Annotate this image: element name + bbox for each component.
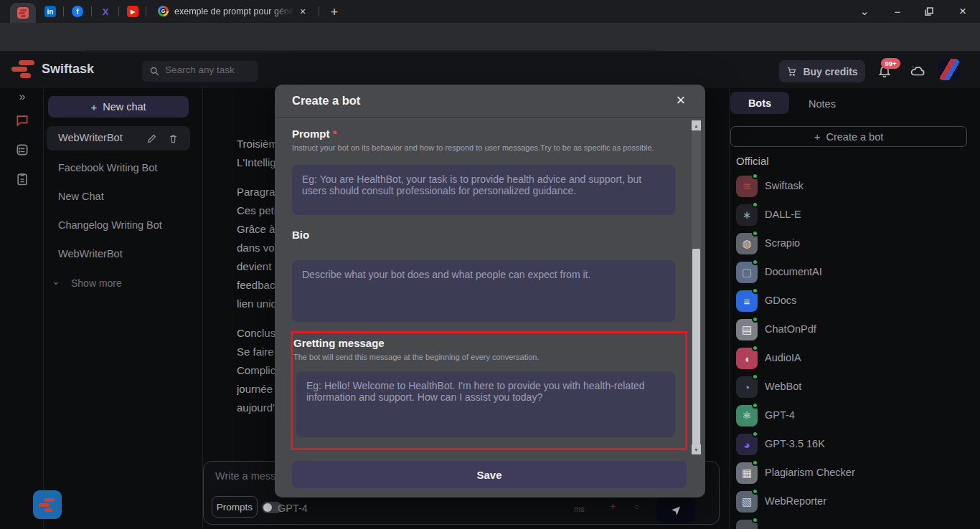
modal-scrollbar-thumb[interactable] [692, 249, 700, 448]
sidebar-divider [202, 87, 203, 529]
latency-label: ms [574, 505, 585, 513]
search-input[interactable] [165, 65, 253, 75]
add-icon[interactable]: + [610, 500, 616, 512]
bot-row-chatonpdf[interactable]: ▤ ChatOnPdf [729, 315, 980, 344]
annotation-highlight-box [291, 331, 687, 450]
bot-row-gdocs[interactable]: ≡ GDocs [729, 287, 980, 315]
send-icon [670, 505, 682, 516]
cart-icon [786, 66, 797, 77]
scroll-up-icon[interactable]: ▲ [692, 120, 701, 130]
tab-google-result[interactable]: G exemple de prompt pour génére × [151, 0, 316, 23]
bot-row-scrapio[interactable]: ◍ Scrapio [729, 229, 980, 258]
ai-assistant-icon[interactable] [908, 62, 927, 80]
bio-textarea[interactable] [292, 260, 675, 322]
save-label: Save [476, 469, 501, 481]
prompts-button[interactable]: Prompts [212, 496, 258, 518]
show-more-label: Show more [71, 277, 122, 289]
bot-row-webreporter[interactable]: ▧ WebReporter [729, 487, 980, 516]
create-bot-button[interactable]: + Create a bot [730, 126, 967, 147]
presence-dot [752, 517, 758, 523]
prompt-label: Prompt * [292, 128, 337, 140]
create-bot-modal: Create a bot × Prompt * Instruct your bo… [275, 85, 705, 497]
delete-chat-icon[interactable] [167, 133, 179, 144]
plus-icon: + [90, 101, 97, 113]
tab-swiftask-active[interactable] [10, 3, 36, 23]
presence-dot [752, 316, 758, 323]
bot-row-dalle[interactable]: ∗ DALL-E [729, 201, 980, 229]
tab-linkedin[interactable]: in [44, 6, 56, 17]
presence-dot [752, 201, 758, 208]
presence-dot [752, 287, 758, 294]
model-label: GPT-4 [278, 502, 308, 514]
bio-label: Bio [292, 229, 309, 241]
bot-row-documentai[interactable]: ▢ DocumentAI [729, 258, 980, 287]
bot-row-audioia[interactable]: ◖ AudioIA [729, 344, 980, 373]
bot-row-gpt4[interactable]: ⚛ GPT-4 [729, 401, 980, 430]
chat-item[interactable]: WebWriterBot [58, 248, 187, 262]
brand-title: Swiftask [42, 62, 94, 77]
tab-bots-label: Bots [748, 97, 771, 109]
tab-close-icon[interactable]: × [297, 6, 308, 17]
bot-row-webbot[interactable]: ◔ WebBot [729, 373, 980, 401]
chat-item[interactable]: Facebook Writing Bot [58, 162, 187, 176]
browser-tab-strip: in f X ▶ G exemple de prompt pour génére… [0, 0, 980, 23]
minimize-icon[interactable]: − [889, 3, 906, 20]
create-bot-label: Create a bot [826, 131, 883, 143]
rail-divider [43, 87, 44, 529]
new-tab-button[interactable]: + [326, 4, 343, 21]
prompt-helper: Instruct your bot on its behavior and ho… [292, 143, 654, 152]
bot-row-partial[interactable] [729, 516, 980, 529]
buy-credits-label: Buy credits [803, 66, 857, 77]
presence-dot [752, 259, 758, 265]
chat-item-label: WebWriterBot [58, 132, 123, 143]
tab-bots[interactable]: Bots [730, 92, 789, 114]
edit-chat-icon[interactable] [146, 133, 157, 144]
bot-row-gpt35[interactable]: ◕ GPT-3.5 16K [729, 430, 980, 459]
chevron-down-icon: ⌄ [52, 275, 60, 287]
tab-notes[interactable]: Notes [809, 97, 836, 110]
scroll-down-icon[interactable]: ▼ [692, 444, 701, 454]
send-button[interactable] [656, 498, 695, 523]
tasks-nav-icon[interactable] [14, 143, 30, 157]
chat-item-active[interactable]: WebWriterBot [47, 126, 190, 151]
prompts-label: Prompts [217, 502, 253, 513]
conversation-text-fragment: Troisièm L'Intellig Paragrap Ces peti Gr… [237, 135, 277, 417]
presence-dot [752, 230, 758, 237]
swiftask-widget-button[interactable] [33, 490, 62, 519]
presence-dot [752, 431, 758, 437]
chat-item[interactable]: Changelog Writing Bot [58, 219, 187, 234]
plus-icon: + [814, 130, 821, 143]
tab-search-icon[interactable]: ⌄ [856, 3, 873, 20]
prompt-textarea[interactable] [292, 165, 675, 215]
swiftask-favicon [17, 7, 29, 19]
new-chat-label: New chat [103, 101, 146, 113]
toggle-knob [263, 503, 272, 512]
record-icon[interactable]: ○ [634, 502, 639, 512]
window-close-icon[interactable]: × [954, 3, 971, 20]
modal-close-icon[interactable]: × [671, 90, 691, 110]
save-button[interactable]: Save [292, 461, 687, 488]
bot-row-plagiarism[interactable]: ▦ Plagiarism Checker [729, 459, 980, 487]
chat-item[interactable]: New Chat [58, 191, 187, 205]
bot-row-swiftask[interactable]: ≋ Swiftask [729, 172, 980, 201]
tab-x[interactable]: X [100, 6, 111, 17]
show-more-button[interactable]: ⌄ Show more [52, 277, 159, 291]
collapse-sidebar-icon[interactable]: » [16, 90, 29, 103]
search-icon [149, 66, 160, 77]
app-top-bar: Swiftask Buy credits 99+ [0, 52, 980, 87]
presence-dot [752, 402, 758, 409]
task-search[interactable] [142, 61, 258, 82]
tab-facebook[interactable]: f [72, 6, 83, 17]
presence-dot [752, 373, 758, 380]
notes-nav-icon[interactable] [14, 171, 30, 187]
chats-nav-icon[interactable] [14, 113, 31, 128]
buy-credits-button[interactable]: Buy credits [779, 60, 865, 82]
swiftask-widget-logo [39, 498, 56, 512]
restore-icon[interactable] [920, 3, 938, 20]
tab-youtube[interactable]: ▶ [127, 6, 138, 17]
user-avatar[interactable] [938, 59, 960, 80]
presence-dot [752, 173, 758, 179]
tab-notes-label: Notes [809, 98, 836, 110]
new-chat-button[interactable]: + New chat [48, 96, 189, 118]
google-favicon: G [158, 6, 169, 16]
